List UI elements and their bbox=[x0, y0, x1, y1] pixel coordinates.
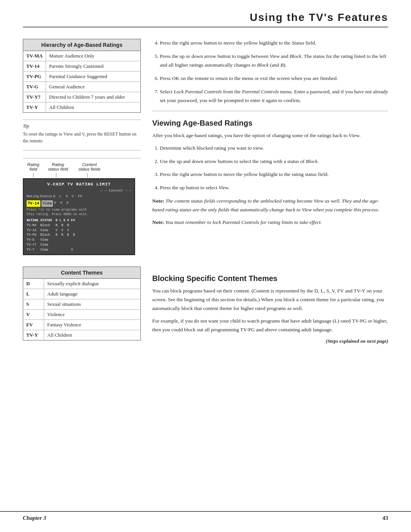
tv-screen-content-label: — — Content — — bbox=[27, 189, 131, 194]
theme-code: FV bbox=[23, 320, 44, 330]
content-theme-row: LAdult language bbox=[23, 289, 141, 299]
step-item: Press the up or down arrow button to tog… bbox=[160, 52, 388, 70]
footer-chapter: Chapter 3 bbox=[23, 515, 46, 521]
blocking-para2: For example, if you do not want your chi… bbox=[152, 317, 388, 334]
viewing-steps-list: Determine which blocked rating you want … bbox=[152, 144, 388, 193]
bottom-section: Content Themes DSexually explicit dialog… bbox=[23, 267, 388, 344]
footer-page: 43 bbox=[382, 515, 388, 521]
content-theme-row: SSexual situations bbox=[23, 299, 141, 310]
viewing-step-item: Press the right arrow button to move the… bbox=[160, 170, 388, 179]
theme-code: V bbox=[23, 310, 44, 320]
step-item: Press the right arrow button to move the… bbox=[160, 39, 388, 48]
ratings-table-row: TV-PGParental Guidance Suggested bbox=[23, 72, 141, 82]
note2: Note: You must remember to lock Parental… bbox=[152, 218, 388, 227]
ratings-table-row: TV-14Parents Strongly Cautioned bbox=[23, 61, 141, 72]
rating-code: TV-14 bbox=[23, 61, 46, 72]
screen-diagram: Ratingfield Ratingstatus field Contentst… bbox=[23, 158, 141, 255]
theme-code: L bbox=[23, 289, 44, 299]
viewing-step-item: Use the up and down arrow buttons to sel… bbox=[160, 157, 388, 166]
theme-description: Fantasy Violence bbox=[44, 320, 141, 330]
page-footer: Chapter 3 43 bbox=[0, 511, 411, 524]
theme-description: Violence bbox=[44, 310, 141, 320]
note1: Note: The content status fields correspo… bbox=[152, 197, 388, 214]
left-column: Hierarchy of Age-Based Ratings TV-MAMatu… bbox=[23, 39, 141, 255]
hierarchy-table: Hierarchy of Age-Based Ratings TV-MAMatu… bbox=[23, 39, 141, 113]
diagram-label-rating-field: Ratingfield bbox=[23, 162, 44, 171]
ratings-table-row: TV-Y7Directed to Children 7 years and ol… bbox=[23, 92, 141, 102]
theme-code: S bbox=[23, 299, 44, 310]
tip-section: Tip To reset the ratings to View and V, … bbox=[23, 120, 141, 144]
viewing-section-heading: Viewing Age-Based Ratings bbox=[152, 119, 388, 128]
tv-screen-selected-status: View bbox=[41, 200, 53, 207]
content-themes-table: Content Themes DSexually explicit dialog… bbox=[23, 267, 141, 340]
tv-screen-selected-row: TV-14 View V V V bbox=[27, 200, 131, 207]
viewing-intro: After you block age-based ratings, you h… bbox=[152, 131, 388, 140]
page-title: Using the TV's Features bbox=[250, 11, 388, 23]
step-item: Select Lock Parental Controls from the P… bbox=[160, 88, 388, 105]
page-header: Using the TV's Features bbox=[23, 11, 388, 27]
page: Using the TV's Features Hierarchy of Age… bbox=[0, 0, 411, 532]
theme-code: TV-Y bbox=[23, 330, 44, 340]
theme-code: D bbox=[23, 279, 44, 289]
theme-description: Sexual situations bbox=[44, 299, 141, 310]
rating-code: TV-Y bbox=[23, 102, 46, 113]
content-theme-row: DSexually explicit dialogue bbox=[23, 279, 141, 289]
rating-code: TV-PG bbox=[23, 72, 46, 82]
tip-text: To reset the ratings to View and V, pres… bbox=[23, 131, 141, 144]
rating-code: TV-G bbox=[23, 82, 46, 92]
content-theme-row: FVFantasy Violence bbox=[23, 320, 141, 330]
ratings-table-row: TV-GGeneral Audience bbox=[23, 82, 141, 92]
hierarchy-table-heading: Hierarchy of Age-Based Ratings bbox=[23, 39, 141, 51]
rating-code: TV-MA bbox=[23, 51, 46, 61]
tv-screen-cols-header: Rating Status D L S V FV bbox=[27, 194, 131, 200]
tv-screen: V-CHIP TV RATING LIMIT — — Content — — R… bbox=[23, 178, 135, 255]
blocking-section: Blocking Specific Content Themes You can… bbox=[152, 267, 388, 344]
content-themes-section: Content Themes DSexually explicit dialog… bbox=[23, 267, 141, 340]
viewing-step-item: Press the up button to select View. bbox=[160, 184, 388, 192]
content-theme-row: VViolence bbox=[23, 310, 141, 320]
blocking-heading: Blocking Specific Content Themes bbox=[152, 274, 388, 283]
rating-code: TV-Y7 bbox=[23, 92, 46, 102]
divider bbox=[23, 150, 141, 150]
tip-title: Tip bbox=[23, 123, 141, 129]
content-themes-heading: Content Themes bbox=[23, 267, 141, 279]
main-content: Hierarchy of Age-Based Ratings TV-MAMatu… bbox=[23, 39, 388, 255]
rating-description: Directed to Children 7 years and older bbox=[46, 92, 141, 102]
ratings-table-row: TV-YAll Children bbox=[23, 102, 141, 113]
rating-description: All Children bbox=[46, 102, 141, 113]
tv-screen-v-vals: V V V bbox=[54, 201, 68, 206]
content-theme-row: TV-YAll Children bbox=[23, 330, 141, 340]
top-steps-list: Press the right arrow button to move the… bbox=[152, 39, 388, 105]
right-column: Press the right arrow button to move the… bbox=[152, 39, 388, 255]
steps-explained: (Steps explained on next page) bbox=[152, 338, 388, 344]
diagram-label-content-fields: Contentstatus fields bbox=[72, 162, 107, 171]
rating-description: Parents Strongly Cautioned bbox=[46, 61, 141, 72]
theme-description: Sexually explicit dialogue bbox=[44, 279, 141, 289]
rating-description: Mature Audience Only bbox=[46, 51, 141, 61]
diagram-label-status-field: Ratingstatus field bbox=[44, 162, 72, 171]
ratings-table-row: TV-MAMature Audience Only bbox=[23, 51, 141, 61]
tv-screen-selected-rating: TV-14 bbox=[27, 200, 40, 207]
viewing-step-item: Determine which blocked rating you want … bbox=[160, 144, 388, 153]
theme-description: Adult language bbox=[44, 289, 141, 299]
tv-screen-data: RATINGSTATUSD L S V FV TV-MABlockB B B T… bbox=[27, 218, 131, 252]
rating-description: General Audience bbox=[46, 82, 141, 92]
rating-description: Parental Guidance Suggested bbox=[46, 72, 141, 82]
theme-description: All Children bbox=[44, 330, 141, 340]
tv-screen-title: V-CHIP TV RATING LIMIT bbox=[27, 181, 131, 188]
tv-screen-hint: Press ^/v to view programs withthis rati… bbox=[27, 208, 131, 217]
divider2 bbox=[152, 111, 388, 111]
blocking-para1: You can block programs based on their co… bbox=[152, 287, 388, 313]
step-item: Press OK on the remote to return to the … bbox=[160, 74, 388, 83]
